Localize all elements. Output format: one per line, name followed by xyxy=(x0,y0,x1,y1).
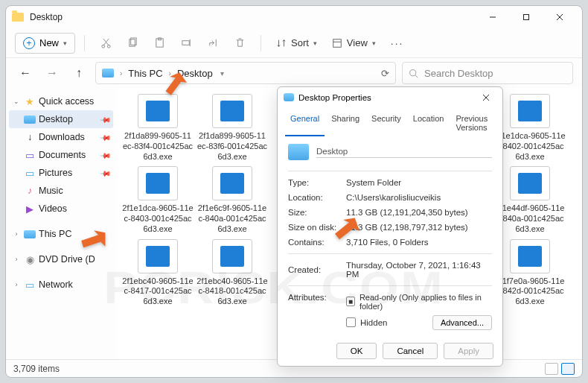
chevron-down-icon: ⌄ xyxy=(12,98,21,105)
tab-general[interactable]: General xyxy=(285,111,325,136)
folder-name-field[interactable]: Desktop xyxy=(316,145,492,158)
tab-location[interactable]: Location xyxy=(408,111,450,136)
tab-security[interactable]: Security xyxy=(366,111,406,136)
apply-button[interactable]: Apply xyxy=(444,343,493,359)
up-button[interactable]: ↑ xyxy=(68,63,89,83)
breadcrumb-this-pc[interactable]: This PC xyxy=(125,66,165,80)
disc-icon: ◉ xyxy=(24,254,36,265)
file-thumbnail xyxy=(510,166,550,200)
chevron-down-icon: ▾ xyxy=(372,39,376,47)
item-count: 3,709 items xyxy=(13,364,60,374)
close-button[interactable] xyxy=(476,89,496,107)
type-label: Type: xyxy=(288,178,346,187)
tab-previous-versions[interactable]: Previous Versions xyxy=(450,111,495,136)
separator xyxy=(261,35,261,51)
sidebar-item-documents[interactable]: ▭Documents📌 xyxy=(9,146,113,164)
sidebar-item-label: Pictures xyxy=(39,168,72,178)
contains-value: 3,710 Files, 0 Folders xyxy=(346,238,492,247)
search-input[interactable]: Search Desktop xyxy=(402,62,573,84)
sidebar-item-downloads[interactable]: ↓Downloads📌 xyxy=(9,128,113,146)
sidebar-item-desktop[interactable]: Desktop📌 xyxy=(9,110,113,128)
window-title: Desktop xyxy=(30,12,63,22)
cut-icon[interactable] xyxy=(94,32,118,54)
readonly-checkbox[interactable]: ■Read-only (Only applies to files in fol… xyxy=(346,293,492,311)
sidebar-dvd-drive[interactable]: ›◉DVD Drive (D xyxy=(9,250,113,268)
icons-view-button[interactable] xyxy=(561,363,575,375)
sidebar-item-videos[interactable]: ▶Videos xyxy=(9,200,113,218)
breadcrumb-desktop[interactable]: Desktop xyxy=(174,66,216,80)
file-item[interactable]: 2f1ebc40-9605-11ec-8418-001c425ac6d3.exe xyxy=(196,239,268,307)
sidebar-network[interactable]: ›▭Network xyxy=(9,276,113,294)
sidebar-item-label: Network xyxy=(39,279,73,290)
pictures-icon: ▭ xyxy=(24,168,36,178)
hidden-checkbox[interactable]: Hidden Advanced... xyxy=(346,315,492,330)
cancel-button[interactable]: Cancel xyxy=(383,343,438,359)
file-thumbnail xyxy=(212,94,252,128)
share-icon[interactable] xyxy=(201,32,225,54)
pin-icon: 📌 xyxy=(100,113,112,125)
search-placeholder: Search Desktop xyxy=(424,68,493,79)
readonly-label: Read-only (Only applies to files in fold… xyxy=(359,293,492,311)
ok-button[interactable]: OK xyxy=(336,343,377,359)
tab-sharing[interactable]: Sharing xyxy=(326,111,365,136)
file-item[interactable]: 2f1e1dca-9605-11ec-8402-001c425ac6d3.exe xyxy=(494,94,566,162)
back-button[interactable]: ← xyxy=(15,63,36,83)
sidebar-item-label: Documents xyxy=(39,150,86,160)
sidebar-item-label: Desktop xyxy=(39,114,73,124)
copy-icon[interactable] xyxy=(121,32,144,54)
file-name: 2f1da899-9605-11ec-83f4-001c425ac6d3.exe xyxy=(122,131,194,162)
sort-button[interactable]: Sort ▾ xyxy=(270,34,323,51)
file-item[interactable]: 2f1da899-9605-11ec-83f4-001c425ac6d3.exe xyxy=(122,94,194,162)
chevron-right-icon: › xyxy=(12,230,21,238)
more-button[interactable]: ··· xyxy=(385,37,410,49)
chevron-right-icon: › xyxy=(12,281,21,288)
file-thumbnail xyxy=(212,166,252,200)
chevron-down-icon: ▾ xyxy=(63,39,67,47)
file-item[interactable]: 2f1e1dca-9605-11ec-8403-001c425ac6d3.exe xyxy=(122,166,194,234)
minimize-button[interactable] xyxy=(476,6,509,28)
chevron-down-icon: ▾ xyxy=(313,39,317,47)
file-thumbnail xyxy=(510,94,550,128)
sidebar-quick-access[interactable]: ⌄★Quick access xyxy=(9,92,113,110)
delete-icon[interactable] xyxy=(228,32,252,54)
properties-title: Desktop Properties xyxy=(298,93,371,102)
file-item[interactable]: 2f1ebc40-9605-11ec-8417-001c425ac6d3.exe xyxy=(122,239,194,307)
details-view-button[interactable] xyxy=(545,363,558,375)
refresh-icon[interactable]: ⟳ xyxy=(381,68,389,79)
properties-tabs: General Sharing Security Location Previo… xyxy=(278,108,502,136)
sidebar-this-pc[interactable]: ›This PC xyxy=(9,225,113,243)
sidebar-item-music[interactable]: ♪Music xyxy=(9,182,113,200)
new-button[interactable]: + New ▾ xyxy=(15,33,75,54)
desktop-icon xyxy=(24,114,36,124)
sidebar: ⌄★Quick access Desktop📌 ↓Downloads📌 ▭Doc… xyxy=(6,88,116,359)
properties-footer: OK Cancel Apply xyxy=(278,337,502,366)
file-thumbnail xyxy=(212,239,252,273)
file-item[interactable]: 2f1da899-9605-11ec-83f6-001c425ac6d3.exe xyxy=(196,94,268,162)
file-name: 2f1ebc40-9605-11ec-8417-001c425ac6d3.exe xyxy=(122,276,194,307)
breadcrumb[interactable]: › This PC › Desktop ▾ ⟳ xyxy=(95,62,396,84)
sidebar-item-label: Downloads xyxy=(39,132,85,142)
close-button[interactable] xyxy=(543,6,576,28)
new-label: New xyxy=(39,37,59,48)
pc-icon xyxy=(102,69,114,77)
file-thumbnail xyxy=(510,239,550,273)
file-name: 2f1e6c9f-9605-11ec-840a-001c425ac6d3.exe xyxy=(196,203,268,234)
advanced-button[interactable]: Advanced... xyxy=(432,315,492,330)
attributes-label: Attributes: xyxy=(288,293,346,302)
sidebar-item-pictures[interactable]: ▭Pictures📌 xyxy=(9,164,113,182)
file-item[interactable]: 2f1e6c9f-9605-11ec-840a-001c425ac6d3.exe xyxy=(196,166,268,234)
view-button[interactable]: View ▾ xyxy=(326,34,382,51)
view-switcher xyxy=(545,363,575,375)
rename-icon[interactable] xyxy=(174,32,198,54)
file-item[interactable]: 2f1f7e0a-9605-11ec-842d-001c425ac6d3.exe xyxy=(494,239,566,307)
separator xyxy=(84,35,85,51)
svg-point-14 xyxy=(410,69,416,75)
maximize-button[interactable] xyxy=(509,6,543,28)
chevron-down-icon[interactable]: ▾ xyxy=(220,69,224,77)
music-icon: ♪ xyxy=(24,186,36,196)
forward-button[interactable]: → xyxy=(42,63,63,83)
file-name: 2f1ebc40-9605-11ec-8418-001c425ac6d3.exe xyxy=(196,276,268,307)
paste-icon[interactable] xyxy=(147,32,171,54)
file-item[interactable]: 2f1e44df-9605-11ec-840a-001c425ac6d3.exe xyxy=(494,166,566,234)
file-name: 2f1da899-9605-11ec-83f6-001c425ac6d3.exe xyxy=(196,131,268,162)
